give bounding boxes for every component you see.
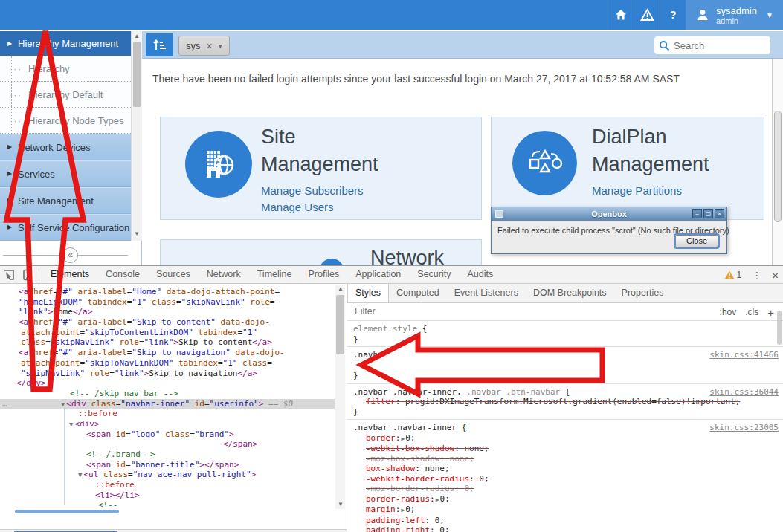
user-caret-icon[interactable]: ▼ — [766, 11, 773, 19]
card-dialplan-management[interactable]: DialPlanManagement Manage Partitions — [491, 117, 764, 220]
dom-tree-node[interactable]: …▼<div class="navbar-inner" id="userinfo… — [0, 399, 335, 409]
hierarchy-view-button[interactable] — [146, 33, 173, 56]
devtools-tab-console[interactable]: Console — [97, 266, 148, 283]
dom-tree-node[interactable]: <a href="#" aria-label="Skip to navigati… — [0, 348, 335, 358]
dom-tree-node[interactable]: </div> — [0, 378, 335, 389]
search-box[interactable] — [654, 36, 770, 54]
card-site-management[interactable]: SiteManagement Manage SubscribersManage … — [160, 117, 482, 220]
dom-tree-node[interactable]: attach-point="skipToContentLinkDOM" tabi… — [0, 328, 335, 338]
scroll-up-icon[interactable]: ▲ — [335, 285, 346, 292]
close-window-icon[interactable]: × — [715, 209, 724, 218]
dom-tree-node[interactable]: <!-- — [0, 500, 335, 509]
css-property[interactable]: -moz-border-radius: 0; — [353, 484, 777, 494]
tab-sys[interactable]: sys × ▾ — [178, 36, 230, 56]
dom-tree-node[interactable]: ▼<ul class="nav ace-nav pull-right"> — [0, 470, 335, 480]
styles-tab-styles[interactable]: Styles — [347, 284, 389, 302]
devtools-tab-network[interactable]: Network — [199, 266, 249, 283]
dom-tree-node[interactable]: <span id="banner-title"></span> — [0, 460, 335, 470]
css-property[interactable]: padding-left: 0; — [353, 516, 777, 526]
maximize-window-icon[interactable]: ▢ — [703, 209, 713, 218]
card-link-manage-users[interactable]: Manage Users — [261, 199, 378, 215]
css-property[interactable]: background:▶#3280d2; — [353, 360, 777, 372]
css-property[interactable]: -webkit-border-radius: 0; — [353, 474, 777, 484]
home-button[interactable] — [608, 0, 634, 30]
tab-caret-icon[interactable]: ▾ — [219, 42, 222, 50]
devtools-tab-sources[interactable]: Sources — [148, 266, 199, 283]
dom-tree-node[interactable]: <li></li> — [0, 490, 335, 501]
devtools-tab-timeline[interactable]: Timeline — [249, 266, 300, 283]
sidebar-scrollbar-thumb[interactable] — [133, 42, 141, 107]
devtools-close-icon[interactable]: × — [772, 269, 779, 282]
css-property[interactable]: -webkit-box-shadow: none; — [353, 444, 777, 454]
styles-scrollbar-thumb[interactable] — [777, 311, 782, 345]
user-menu[interactable]: sysadmin admin ▼ — [686, 0, 783, 30]
dom-tree-node[interactable]: "link">Home</a> — [0, 307, 335, 317]
card-link-manage-partitions[interactable]: Manage Partitions — [592, 183, 709, 199]
expand-property-icon[interactable]: ▶ — [435, 496, 440, 503]
dom-tree-node[interactable]: class="skipNavLink" role="link">Skip to … — [0, 337, 335, 348]
sidebar-item-site-management[interactable]: ▶Site Management — [0, 187, 141, 214]
sidebar-item-hierarchy[interactable]: ···Hierarchy — [0, 56, 141, 82]
pseudo-state-toggle[interactable]: :hov — [720, 307, 737, 317]
css-property[interactable]: -moz-box-shadow: none; — [353, 454, 777, 464]
dialog-titlebar[interactable]: Openbox –▢× — [492, 207, 726, 221]
collapse-sidebar-button[interactable]: « — [62, 247, 78, 263]
sidebar-item-network-devices[interactable]: ▶Network Devices — [0, 134, 141, 160]
dom-tree-node[interactable]: attach-point="skipToNavLinkDOM" tabindex… — [0, 358, 335, 369]
dom-tree-node[interactable]: "homeLinkDOM" tabindex="1" class="skipNa… — [0, 297, 335, 308]
css-property[interactable]: padding-right: 0; — [353, 525, 777, 532]
dom-tree-node[interactable]: ▼<div> — [0, 419, 335, 429]
color-swatch[interactable] — [427, 362, 434, 369]
dom-tree-node[interactable]: <span id="logo" class="brand"> — [0, 429, 335, 440]
styles-filter-input[interactable] — [355, 306, 578, 317]
dom-tree-node[interactable]: <!--/.brand--> — [0, 450, 335, 460]
elements-horizontal-scrollbar[interactable] — [0, 510, 335, 514]
content-scrollbar-thumb[interactable] — [774, 111, 782, 222]
element-class-toggle[interactable]: .cls — [745, 307, 758, 317]
minimize-window-icon[interactable]: – — [692, 209, 702, 218]
styles-tab-event-listeners[interactable]: Event Listeners — [447, 284, 526, 302]
css-property[interactable]: margin:▶0; — [353, 505, 777, 516]
sidebar-item-self-service-configuration[interactable]: ▶Self Service Configuration — [0, 214, 141, 241]
devtools-tab-security[interactable]: Security — [409, 266, 459, 283]
devtools-tab-profiles[interactable]: Profiles — [300, 266, 347, 283]
devtools-tab-application[interactable]: Application — [347, 266, 409, 283]
stylesheet-link[interactable]: skin.css:23005 — [709, 423, 779, 433]
elements-vertical-scrollbar[interactable]: ▲ ▼ — [335, 285, 345, 509]
tree-collapse-icon[interactable]: ▼ — [78, 471, 82, 479]
inspect-element-button[interactable] — [0, 267, 18, 283]
tab-close-icon[interactable]: × — [207, 40, 213, 52]
styles-tab-computed[interactable]: Computed — [389, 284, 447, 302]
css-property[interactable]: box-shadow: none; — [353, 464, 777, 474]
stylesheet-link[interactable]: skin.css:41466 — [709, 350, 779, 360]
css-property[interactable]: filter: progid:DXImageTransform.Microsof… — [353, 397, 777, 407]
styles-tab-dom-breakpoints[interactable]: DOM Breakpoints — [526, 284, 614, 302]
dom-tree-node[interactable]: "skipNavLink" role="link">Skip to naviga… — [0, 369, 335, 379]
sidebar-item-services[interactable]: ▶Services — [0, 160, 141, 187]
help-button[interactable]: ? — [660, 0, 686, 30]
sidebar-item-hierarchy-management[interactable]: ▶ Hierarchy Management — [0, 31, 141, 56]
stylesheet-link[interactable]: skin.css:36044 — [709, 387, 779, 398]
devtools-tab-elements[interactable]: Elements — [42, 266, 97, 283]
scroll-down-icon[interactable]: ▼ — [132, 230, 142, 237]
dom-tree-node[interactable]: <!-- /skip nav bar --> — [0, 389, 335, 399]
dom-tree-node[interactable]: </span> — [0, 439, 335, 450]
expand-property-icon[interactable]: ▶ — [420, 363, 425, 369]
dialog-close-button[interactable]: Close — [674, 233, 720, 249]
css-property[interactable]: border-radius:▶0; — [353, 494, 777, 505]
scroll-down-icon[interactable]: ▼ — [335, 501, 346, 507]
card-network[interactable]: Network — [160, 239, 482, 265]
sidebar-item-hierarchy-default[interactable]: ···Hierarchy Default — [0, 82, 141, 108]
dom-tree-node[interactable]: <a href="#" aria-label="Home" data-dojo-… — [0, 287, 335, 297]
card-link-manage-subscribers[interactable]: Manage Subscribers — [261, 183, 378, 199]
elements-hscrollbar-thumb[interactable] — [15, 510, 119, 513]
scroll-up-icon[interactable]: ▲ — [132, 33, 142, 39]
styles-scrollbar[interactable] — [776, 305, 782, 531]
device-toolbar-button[interactable] — [18, 267, 36, 283]
devtools-tab-audits[interactable]: Audits — [459, 266, 501, 283]
elements-scrollbar-thumb[interactable] — [336, 295, 344, 354]
tree-collapse-icon[interactable]: ▼ — [69, 421, 73, 428]
search-input[interactable] — [674, 40, 763, 51]
devtools-menu-icon[interactable]: ⋮ — [752, 270, 761, 281]
alerts-button[interactable] — [634, 0, 660, 30]
